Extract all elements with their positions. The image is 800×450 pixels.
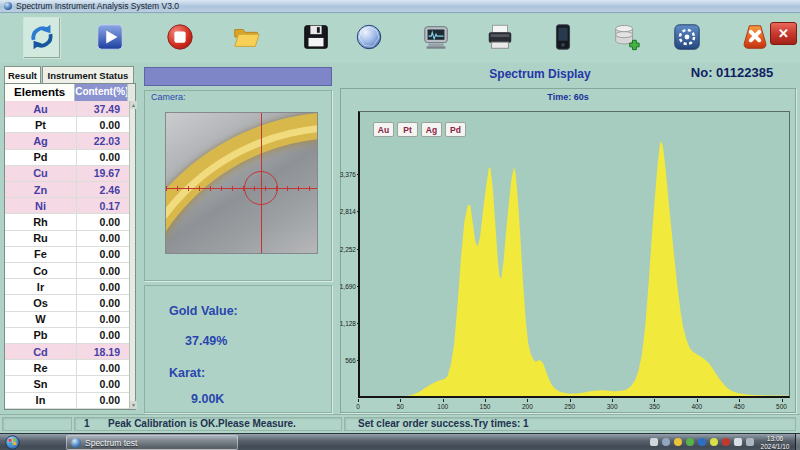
table-row[interactable]: Cd18.19 [5, 344, 129, 360]
table-row[interactable]: Sn0.00 [5, 376, 129, 392]
database-add-button[interactable] [607, 17, 645, 59]
table-row[interactable]: W0.00 [5, 312, 129, 328]
y-axis-labels: 5661,1281,6902,2522,8143,376 [341, 111, 357, 398]
table-row[interactable]: Co0.00 [5, 263, 129, 279]
x-tick-mark [612, 399, 613, 402]
table-row[interactable]: Pd0.00 [5, 150, 129, 166]
taskbar-app-button[interactable]: Spectrum test [66, 435, 238, 450]
content-cell: 0.00 [77, 295, 129, 310]
table-row[interactable]: Fe0.00 [5, 247, 129, 263]
stop-button[interactable] [161, 17, 199, 59]
show-desktop-button[interactable] [795, 434, 800, 450]
legend-au-button[interactable]: Au [373, 122, 394, 137]
status-message-left: Peak Calibration is OK.Please Measure. [108, 418, 296, 429]
tray-security-icon[interactable] [710, 438, 718, 446]
table-row[interactable]: Os0.00 [5, 295, 129, 311]
clock-time: 13:06 [757, 435, 793, 443]
close-icon: ✕ [778, 26, 789, 41]
tray-volume-icon[interactable] [734, 438, 742, 446]
oscilloscope-icon [421, 22, 451, 55]
taskbar-clock[interactable]: 13:06 2024/1/10 [757, 435, 793, 450]
table-row[interactable]: In0.00 [5, 393, 129, 409]
close-window-button[interactable]: ✕ [770, 22, 797, 45]
tab-instrument-status[interactable]: Instrument Status [42, 66, 134, 83]
scroll-down-arrow[interactable]: ▼ [130, 401, 137, 409]
table-scrollbar[interactable]: ▲ ▼ [129, 101, 135, 409]
legend-ag-button[interactable]: Ag [421, 122, 442, 137]
table-row[interactable]: Rh0.00 [5, 214, 129, 230]
taskbar-app-label: Spectrum test [85, 438, 137, 448]
table-row[interactable]: Ir0.00 [5, 279, 129, 295]
plot-area: AuPtAgPd [358, 111, 790, 398]
legend-pt-button[interactable]: Pt [397, 122, 418, 137]
table-row[interactable]: Au37.49 [5, 101, 129, 117]
elements-column-header: Elements [5, 84, 75, 101]
table-row[interactable]: Ni0.17 [5, 198, 129, 214]
camera-view [165, 112, 318, 254]
settings-button[interactable] [668, 17, 706, 59]
y-tick-label: 1,690 [340, 282, 356, 289]
refresh-icon [27, 22, 57, 55]
tray-antivirus-icon[interactable] [686, 438, 694, 446]
network-button[interactable] [350, 17, 388, 59]
device-button[interactable] [544, 17, 582, 59]
tray-hidden-icons-icon[interactable] [650, 438, 658, 446]
status-message-right: Set clear order success.Try times: 1 [358, 418, 529, 429]
element-cell: Au [5, 101, 77, 116]
screen: { "window": { "title": "Spectrum Instrum… [0, 0, 800, 450]
x-tick-label: 450 [734, 403, 745, 410]
content-cell: 2.46 [77, 182, 129, 197]
printer-icon [485, 22, 515, 55]
element-cell: Ru [5, 231, 77, 246]
element-cell: Fe [5, 247, 77, 262]
table-row[interactable]: Ru0.00 [5, 231, 129, 247]
tray-bluetooth-icon[interactable] [698, 438, 706, 446]
x-tick-label: 50 [397, 403, 404, 410]
content-cell: 19.67 [77, 166, 129, 181]
element-cell: Sn [5, 376, 77, 391]
content-cell: 0.00 [77, 231, 129, 246]
content-cell: 18.19 [77, 344, 129, 359]
open-file-button[interactable] [227, 17, 265, 59]
measure-time-label: Time: 60s [341, 92, 795, 102]
tab-result[interactable]: Result [4, 66, 41, 83]
play-icon [95, 22, 125, 55]
spectrum-monitor-button[interactable] [417, 17, 455, 59]
x-tick-mark [654, 399, 655, 402]
y-tick-label: 2,814 [340, 208, 356, 215]
content-cell: 0.00 [77, 360, 129, 375]
tray-network-icon[interactable] [746, 438, 754, 446]
refresh-button[interactable] [23, 17, 61, 59]
print-button[interactable] [481, 17, 519, 59]
table-row[interactable]: Ag22.03 [5, 133, 129, 149]
scrollbar-corner [127, 84, 135, 101]
element-cell: Cu [5, 166, 77, 181]
scroll-up-arrow[interactable]: ▲ [130, 101, 137, 109]
content-cell: 0.00 [77, 279, 129, 294]
element-cell: Pt [5, 117, 77, 132]
progress-bar [144, 67, 332, 86]
gear-target-icon [672, 22, 702, 55]
stop-icon [165, 22, 195, 55]
content-cell: 22.03 [77, 133, 129, 148]
x-tick-label: 400 [691, 403, 702, 410]
table-row[interactable]: Pt0.00 [5, 117, 129, 133]
x-tick-mark [443, 399, 444, 402]
crosshair-horizontal-line [166, 188, 317, 189]
legend-pd-button[interactable]: Pd [445, 122, 466, 137]
x-tick-label: 100 [437, 403, 448, 410]
tray-usb-icon[interactable] [662, 438, 670, 446]
table-row[interactable]: Zn2.46 [5, 182, 129, 198]
tray-update-icon[interactable] [674, 438, 682, 446]
content-cell: 0.00 [77, 312, 129, 327]
element-cell: Zn [5, 182, 77, 197]
start-button[interactable] [91, 17, 129, 59]
table-row[interactable]: Re0.00 [5, 360, 129, 376]
start-button-orb[interactable] [5, 435, 20, 450]
save-button[interactable] [297, 17, 335, 59]
tray-alert-icon[interactable] [722, 438, 730, 446]
table-row[interactable]: Cu19.67 [5, 166, 129, 182]
status-count: 1 [84, 418, 90, 429]
table-row[interactable]: Pb0.00 [5, 328, 129, 344]
exit-button[interactable] [736, 17, 774, 59]
